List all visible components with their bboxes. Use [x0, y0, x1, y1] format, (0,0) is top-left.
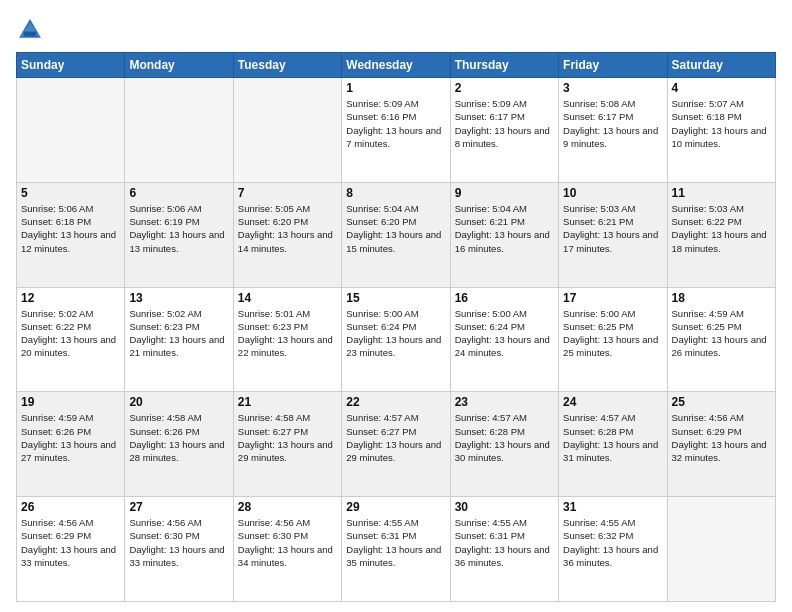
calendar-cell: 4Sunrise: 5:07 AMSunset: 6:18 PMDaylight… — [667, 78, 775, 183]
weekday-header-tuesday: Tuesday — [233, 53, 341, 78]
calendar-cell: 7Sunrise: 5:05 AMSunset: 6:20 PMDaylight… — [233, 182, 341, 287]
calendar-cell: 16Sunrise: 5:00 AMSunset: 6:24 PMDayligh… — [450, 287, 558, 392]
calendar-cell: 12Sunrise: 5:02 AMSunset: 6:22 PMDayligh… — [17, 287, 125, 392]
day-number: 1 — [346, 81, 445, 95]
weekday-header-friday: Friday — [559, 53, 667, 78]
day-info: Sunrise: 5:00 AMSunset: 6:25 PMDaylight:… — [563, 307, 662, 360]
day-info: Sunrise: 5:07 AMSunset: 6:18 PMDaylight:… — [672, 97, 771, 150]
weekday-header-wednesday: Wednesday — [342, 53, 450, 78]
day-info: Sunrise: 5:06 AMSunset: 6:18 PMDaylight:… — [21, 202, 120, 255]
day-number: 7 — [238, 186, 337, 200]
calendar-cell: 29Sunrise: 4:55 AMSunset: 6:31 PMDayligh… — [342, 497, 450, 602]
calendar-cell: 22Sunrise: 4:57 AMSunset: 6:27 PMDayligh… — [342, 392, 450, 497]
calendar-row-1: 5Sunrise: 5:06 AMSunset: 6:18 PMDaylight… — [17, 182, 776, 287]
svg-rect-2 — [24, 32, 36, 37]
day-info: Sunrise: 4:59 AMSunset: 6:25 PMDaylight:… — [672, 307, 771, 360]
calendar-cell — [667, 497, 775, 602]
day-info: Sunrise: 4:56 AMSunset: 6:30 PMDaylight:… — [129, 516, 228, 569]
calendar-cell — [125, 78, 233, 183]
day-number: 13 — [129, 291, 228, 305]
page: SundayMondayTuesdayWednesdayThursdayFrid… — [0, 0, 792, 612]
calendar-cell: 5Sunrise: 5:06 AMSunset: 6:18 PMDaylight… — [17, 182, 125, 287]
day-number: 30 — [455, 500, 554, 514]
day-info: Sunrise: 5:01 AMSunset: 6:23 PMDaylight:… — [238, 307, 337, 360]
calendar-cell: 8Sunrise: 5:04 AMSunset: 6:20 PMDaylight… — [342, 182, 450, 287]
day-info: Sunrise: 4:58 AMSunset: 6:27 PMDaylight:… — [238, 411, 337, 464]
calendar-cell: 26Sunrise: 4:56 AMSunset: 6:29 PMDayligh… — [17, 497, 125, 602]
day-number: 16 — [455, 291, 554, 305]
day-info: Sunrise: 4:59 AMSunset: 6:26 PMDaylight:… — [21, 411, 120, 464]
day-info: Sunrise: 5:03 AMSunset: 6:22 PMDaylight:… — [672, 202, 771, 255]
day-number: 3 — [563, 81, 662, 95]
calendar-cell: 1Sunrise: 5:09 AMSunset: 6:16 PMDaylight… — [342, 78, 450, 183]
weekday-header-sunday: Sunday — [17, 53, 125, 78]
day-info: Sunrise: 5:09 AMSunset: 6:16 PMDaylight:… — [346, 97, 445, 150]
day-number: 9 — [455, 186, 554, 200]
calendar-cell: 21Sunrise: 4:58 AMSunset: 6:27 PMDayligh… — [233, 392, 341, 497]
day-number: 29 — [346, 500, 445, 514]
day-info: Sunrise: 5:05 AMSunset: 6:20 PMDaylight:… — [238, 202, 337, 255]
header — [16, 16, 776, 44]
calendar-cell: 31Sunrise: 4:55 AMSunset: 6:32 PMDayligh… — [559, 497, 667, 602]
day-info: Sunrise: 4:57 AMSunset: 6:28 PMDaylight:… — [563, 411, 662, 464]
day-info: Sunrise: 5:00 AMSunset: 6:24 PMDaylight:… — [455, 307, 554, 360]
day-number: 11 — [672, 186, 771, 200]
day-number: 22 — [346, 395, 445, 409]
calendar-cell: 2Sunrise: 5:09 AMSunset: 6:17 PMDaylight… — [450, 78, 558, 183]
day-number: 25 — [672, 395, 771, 409]
day-number: 14 — [238, 291, 337, 305]
day-info: Sunrise: 5:03 AMSunset: 6:21 PMDaylight:… — [563, 202, 662, 255]
day-info: Sunrise: 4:55 AMSunset: 6:31 PMDaylight:… — [455, 516, 554, 569]
weekday-header-saturday: Saturday — [667, 53, 775, 78]
calendar-cell: 15Sunrise: 5:00 AMSunset: 6:24 PMDayligh… — [342, 287, 450, 392]
day-info: Sunrise: 4:56 AMSunset: 6:29 PMDaylight:… — [21, 516, 120, 569]
day-info: Sunrise: 4:57 AMSunset: 6:27 PMDaylight:… — [346, 411, 445, 464]
day-number: 2 — [455, 81, 554, 95]
day-number: 12 — [21, 291, 120, 305]
day-number: 27 — [129, 500, 228, 514]
calendar-cell: 3Sunrise: 5:08 AMSunset: 6:17 PMDaylight… — [559, 78, 667, 183]
calendar-cell — [17, 78, 125, 183]
calendar-cell — [233, 78, 341, 183]
day-number: 10 — [563, 186, 662, 200]
day-number: 8 — [346, 186, 445, 200]
day-number: 15 — [346, 291, 445, 305]
calendar-cell: 25Sunrise: 4:56 AMSunset: 6:29 PMDayligh… — [667, 392, 775, 497]
day-number: 18 — [672, 291, 771, 305]
calendar-table: SundayMondayTuesdayWednesdayThursdayFrid… — [16, 52, 776, 602]
day-info: Sunrise: 4:55 AMSunset: 6:32 PMDaylight:… — [563, 516, 662, 569]
calendar-cell: 24Sunrise: 4:57 AMSunset: 6:28 PMDayligh… — [559, 392, 667, 497]
calendar-cell: 28Sunrise: 4:56 AMSunset: 6:30 PMDayligh… — [233, 497, 341, 602]
day-info: Sunrise: 4:56 AMSunset: 6:29 PMDaylight:… — [672, 411, 771, 464]
day-number: 28 — [238, 500, 337, 514]
calendar-cell: 19Sunrise: 4:59 AMSunset: 6:26 PMDayligh… — [17, 392, 125, 497]
calendar-cell: 18Sunrise: 4:59 AMSunset: 6:25 PMDayligh… — [667, 287, 775, 392]
calendar-row-3: 19Sunrise: 4:59 AMSunset: 6:26 PMDayligh… — [17, 392, 776, 497]
weekday-header-monday: Monday — [125, 53, 233, 78]
calendar-cell: 23Sunrise: 4:57 AMSunset: 6:28 PMDayligh… — [450, 392, 558, 497]
calendar-cell: 11Sunrise: 5:03 AMSunset: 6:22 PMDayligh… — [667, 182, 775, 287]
calendar-row-2: 12Sunrise: 5:02 AMSunset: 6:22 PMDayligh… — [17, 287, 776, 392]
day-info: Sunrise: 4:57 AMSunset: 6:28 PMDaylight:… — [455, 411, 554, 464]
calendar-row-4: 26Sunrise: 4:56 AMSunset: 6:29 PMDayligh… — [17, 497, 776, 602]
calendar-cell: 27Sunrise: 4:56 AMSunset: 6:30 PMDayligh… — [125, 497, 233, 602]
day-number: 4 — [672, 81, 771, 95]
day-info: Sunrise: 5:04 AMSunset: 6:21 PMDaylight:… — [455, 202, 554, 255]
day-info: Sunrise: 5:06 AMSunset: 6:19 PMDaylight:… — [129, 202, 228, 255]
calendar-cell: 30Sunrise: 4:55 AMSunset: 6:31 PMDayligh… — [450, 497, 558, 602]
logo — [16, 16, 48, 44]
day-number: 6 — [129, 186, 228, 200]
day-info: Sunrise: 5:02 AMSunset: 6:22 PMDaylight:… — [21, 307, 120, 360]
day-number: 19 — [21, 395, 120, 409]
calendar-cell: 14Sunrise: 5:01 AMSunset: 6:23 PMDayligh… — [233, 287, 341, 392]
calendar-cell: 20Sunrise: 4:58 AMSunset: 6:26 PMDayligh… — [125, 392, 233, 497]
day-number: 20 — [129, 395, 228, 409]
day-info: Sunrise: 5:09 AMSunset: 6:17 PMDaylight:… — [455, 97, 554, 150]
day-number: 24 — [563, 395, 662, 409]
day-info: Sunrise: 4:56 AMSunset: 6:30 PMDaylight:… — [238, 516, 337, 569]
calendar-cell: 9Sunrise: 5:04 AMSunset: 6:21 PMDaylight… — [450, 182, 558, 287]
day-number: 17 — [563, 291, 662, 305]
calendar-cell: 17Sunrise: 5:00 AMSunset: 6:25 PMDayligh… — [559, 287, 667, 392]
day-info: Sunrise: 4:55 AMSunset: 6:31 PMDaylight:… — [346, 516, 445, 569]
day-info: Sunrise: 5:04 AMSunset: 6:20 PMDaylight:… — [346, 202, 445, 255]
